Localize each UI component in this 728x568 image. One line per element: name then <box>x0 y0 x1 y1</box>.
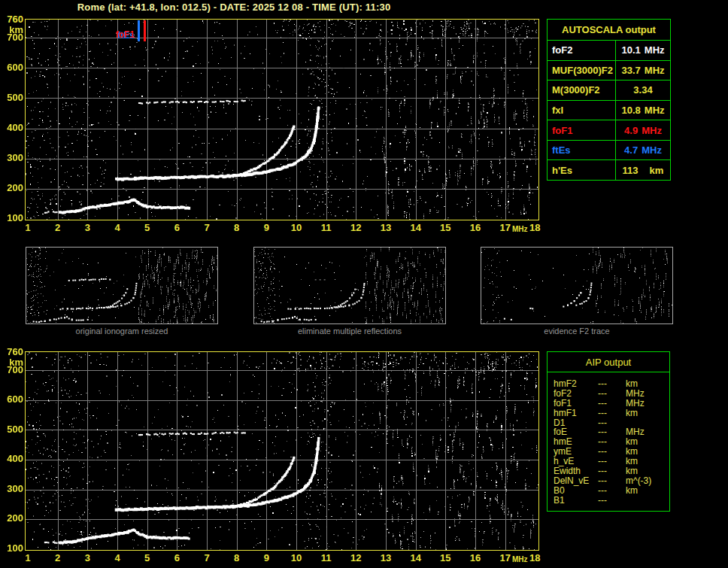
autoscala-row-label: M(3000)F2 <box>548 80 616 100</box>
x-axis-label: 15 <box>436 222 454 233</box>
autoscala-app: { "title": "Rome (lat: +41.8, lon: 012.5… <box>0 0 728 568</box>
x-axis-label: 18 <box>526 552 544 563</box>
aip-row-unit: km <box>626 409 669 418</box>
aip-row-unit: m^(-3) <box>626 476 669 486</box>
window-title: Rome (lat: +41.8, lon: 012.5) - DATE: 20… <box>0 2 468 13</box>
top-ionogram-canvas <box>26 20 538 220</box>
aip-row-name: DelN_vE <box>554 476 598 486</box>
foF1-marker-label: foF1 <box>116 29 135 40</box>
autoscala-value-number: 4.7 <box>624 144 638 156</box>
x-axis-label: 18 <box>526 222 544 233</box>
y-axis-label: 500 <box>0 424 23 435</box>
autoscala-row-value: 10.1MHz <box>616 41 670 60</box>
x-axis-label: 15 <box>436 552 454 563</box>
x-axis-label: 3 <box>78 222 96 233</box>
aip-row-delnve: DelN_vE---m^(-3) <box>554 476 669 486</box>
top-ionogram-plot <box>25 19 539 220</box>
aip-row-unit: MHz <box>626 389 669 399</box>
y-axis-label: 300 <box>0 483 23 494</box>
autoscala-value-number: 33.7 <box>621 65 640 76</box>
x-axis-label: 5 <box>138 552 156 563</box>
thumbnail-eliminate-reflections <box>253 247 446 324</box>
aip-row-value: --- <box>598 486 626 496</box>
x-axis-label: 3 <box>78 552 96 563</box>
x-axis-label: 4 <box>108 552 126 563</box>
x-axis-label: 6 <box>168 222 186 233</box>
aip-row-name: foF1 <box>554 399 598 409</box>
x-axis-label: 7 <box>198 222 216 233</box>
autoscala-output-table: AUTOSCALA output foF210.1MHzMUF(3000)F23… <box>547 19 671 181</box>
autoscala-row-value: 4.9MHz <box>616 120 670 140</box>
x-axis-label: 12 <box>347 552 365 563</box>
x-axis-unit-label: MHz <box>512 225 528 233</box>
x-axis-label: 16 <box>466 222 484 233</box>
x-axis-label: 1 <box>19 552 37 563</box>
x-axis-label: 7 <box>198 552 216 563</box>
aip-row-value: --- <box>598 399 626 409</box>
autoscala-row-fof1: foF14.9MHz <box>548 120 670 141</box>
y-axis-label: 500 <box>0 92 23 103</box>
x-axis-label: 14 <box>407 222 425 233</box>
x-axis-label: 6 <box>168 552 186 563</box>
aip-row-fof2: foF2---MHz <box>554 389 669 399</box>
thumbnail-evidence-canvas <box>481 248 672 323</box>
thumbnail-original-ionogram <box>26 247 218 324</box>
aip-row-b1: B1--- <box>554 496 669 506</box>
autoscala-value-unit: MHz <box>645 65 665 76</box>
thumbnail-caption-evidence: evidence F2 trace <box>481 327 673 336</box>
aip-row-name: B0 <box>554 486 598 496</box>
autoscala-row-fxi: fxI10.8MHz <box>548 101 670 121</box>
x-axis-label: 4 <box>108 222 126 233</box>
autoscala-value-number: 3.34 <box>633 84 652 96</box>
aip-row-fof1: foF1---MHz <box>554 399 669 409</box>
autoscala-row-label: h'Es <box>548 160 616 180</box>
thumbnail-caption-original: original ionogram resized <box>26 327 218 336</box>
x-axis-label: 14 <box>407 552 425 563</box>
autoscala-row-label: MUF(3000)F2 <box>548 61 616 80</box>
thumbnail-original-canvas <box>26 248 217 323</box>
aip-row-unit: km <box>626 466 669 476</box>
autoscala-row-ftes: ftEs4.7MHz <box>548 141 670 161</box>
aip-row-unit: km <box>626 379 669 389</box>
autoscala-row-value: 113km <box>616 160 670 180</box>
autoscala-value-number: 10.1 <box>621 44 640 56</box>
autoscala-value-unit: MHz <box>642 125 662 136</box>
autoscala-value-number: 4.9 <box>624 125 638 136</box>
autoscala-row-hes: h'Es113km <box>548 160 670 180</box>
x-axis-label: 10 <box>287 552 305 563</box>
autoscala-value-unit: MHz <box>642 144 662 156</box>
aip-row-d1: D1--- <box>554 418 669 428</box>
x-axis-label: 13 <box>377 552 395 563</box>
y-axis-label: 400 <box>0 122 23 133</box>
aip-row-hmf2: hmF2---km <box>554 379 669 389</box>
x-axis-label: 8 <box>228 222 246 233</box>
autoscala-row-m3000f2: M(3000)F23.34 <box>548 80 670 101</box>
thumbnail-caption-eliminate: eliminate multiple reflections <box>253 327 446 336</box>
aip-row-value: --- <box>598 466 626 476</box>
aip-row-name: hmF2 <box>554 379 598 389</box>
x-axis-unit-label: MHz <box>512 555 528 563</box>
aip-row-unit: MHz <box>626 399 669 409</box>
autoscala-row-value: 4.7MHz <box>616 141 670 160</box>
autoscala-row-value: 33.7MHz <box>616 61 670 80</box>
aip-row-ewidth: Ewidth---km <box>554 466 669 476</box>
x-axis-label: 5 <box>138 222 156 233</box>
y-axis-label: 760 <box>0 14 23 25</box>
autoscala-value-unit: MHz <box>645 44 665 56</box>
x-axis-label: 11 <box>317 552 335 563</box>
autoscala-row-fof2: foF210.1MHz <box>548 41 670 61</box>
y-axis-label: 400 <box>0 453 23 464</box>
x-axis-label: 8 <box>228 552 246 563</box>
aip-row-unit <box>626 496 669 506</box>
autoscala-table-rows: foF210.1MHzMUF(3000)F233.7MHzM(3000)F23.… <box>548 41 670 180</box>
x-axis-label: 1 <box>19 222 37 233</box>
y-axis-label: 760 <box>0 346 23 357</box>
x-axis-label: 9 <box>257 222 275 233</box>
autoscala-row-label: foF1 <box>548 120 616 140</box>
aip-output-table: AIP output hmF2---kmfoF2---MHzfoF1---MHz… <box>547 351 670 512</box>
autoscala-value-unit: km <box>650 165 664 176</box>
thumbnail-eliminate-canvas <box>254 248 445 323</box>
bottom-ionogram-canvas <box>26 352 538 550</box>
x-axis-label: 13 <box>377 222 395 233</box>
x-axis-label: 12 <box>347 222 365 233</box>
